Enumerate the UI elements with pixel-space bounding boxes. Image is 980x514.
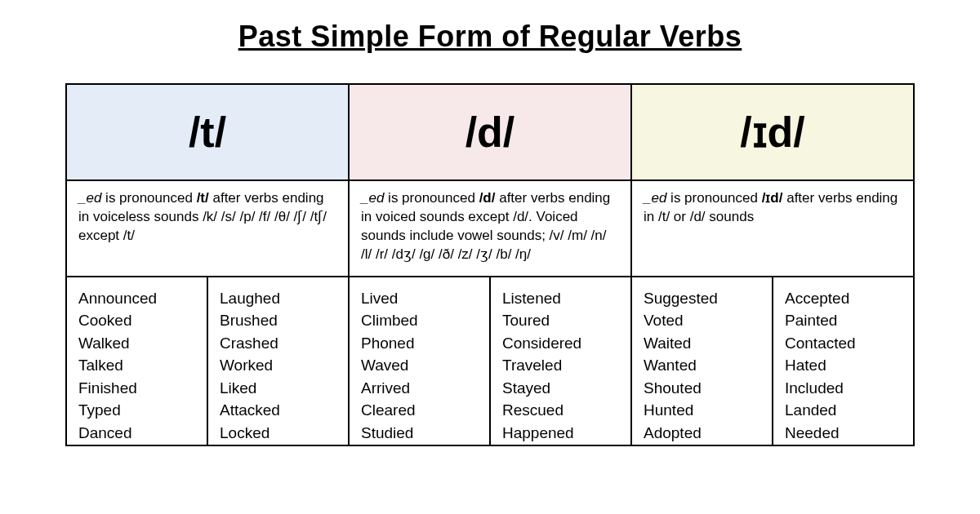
example-word: Brushed <box>220 309 336 332</box>
example-word: Walked <box>78 332 195 355</box>
rule-cell-d: _ed is pronounced /d/ after verbs ending… <box>349 180 631 277</box>
rule-prefix: _ed <box>361 190 384 206</box>
rule-prefix: _ed <box>78 190 101 206</box>
example-word: Finished <box>78 377 195 400</box>
example-list: SuggestedVotedWaitedWantedShoutedHuntedA… <box>644 287 760 445</box>
example-word: Contacted <box>785 332 902 355</box>
example-word: Waited <box>644 332 760 355</box>
example-list: AcceptedPaintedContactedHatedIncludedLan… <box>785 287 902 445</box>
example-word: Announced <box>78 287 195 310</box>
example-list: ListenedTouredConsideredTraveledStayedRe… <box>502 287 619 445</box>
example-word: Worked <box>220 354 336 377</box>
examples-cell: ListenedTouredConsideredTraveledStayedRe… <box>490 277 631 445</box>
example-word: Stayed <box>502 377 619 400</box>
rule-phoneme: /ɪd/ <box>762 190 783 206</box>
rule-text: is pronounced <box>666 190 761 206</box>
column-header-t: /t/ <box>66 84 349 180</box>
example-word: Lived <box>361 287 478 310</box>
example-word: Needed <box>785 422 902 445</box>
rule-cell-t: _ed is pronounced /t/ after verbs ending… <box>66 180 349 277</box>
example-word: Accepted <box>785 287 902 310</box>
column-header-d: /d/ <box>349 84 631 180</box>
rule-text: is pronounced <box>101 190 196 206</box>
example-word: Wanted <box>644 354 760 377</box>
rule-prefix: _ed <box>644 190 666 206</box>
examples-cell: SuggestedVotedWaitedWantedShoutedHuntedA… <box>631 277 773 445</box>
example-word: Considered <box>502 332 619 355</box>
example-word: Landed <box>785 399 902 422</box>
example-word: Traveled <box>502 354 619 377</box>
example-word: Studied <box>361 422 478 445</box>
example-word: Listened <box>502 287 619 310</box>
rule-phoneme: /d/ <box>479 190 496 206</box>
example-list: LivedClimbedPhonedWavedArrivedClearedStu… <box>361 287 478 445</box>
examples-cell: AcceptedPaintedContactedHatedIncludedLan… <box>773 277 914 445</box>
example-word: Happened <box>502 422 619 445</box>
example-word: Laughed <box>220 287 336 310</box>
example-word: Typed <box>78 399 195 422</box>
example-word: Cooked <box>78 309 195 332</box>
example-word: Climbed <box>361 309 478 332</box>
example-word: Cleared <box>361 399 478 422</box>
example-word: Danced <box>78 422 195 445</box>
example-word: Arrived <box>361 377 478 400</box>
example-word: Phoned <box>361 332 478 355</box>
rule-cell-id: _ed is pronounced /ɪd/ after verbs endin… <box>631 180 914 277</box>
rule-text: is pronounced <box>384 190 479 206</box>
examples-cell: LaughedBrushedCrashedWorkedLikedAttacked… <box>207 277 349 445</box>
examples-cell: LivedClimbedPhonedWavedArrivedClearedStu… <box>349 277 490 445</box>
pronunciation-table: /t/ /d/ /ɪd/ _ed is pronounced /t/ after… <box>65 83 915 446</box>
table-examples-row: AnnouncedCookedWalkedTalkedFinishedTyped… <box>66 277 914 445</box>
example-word: Hated <box>785 354 902 377</box>
example-word: Hunted <box>644 399 760 422</box>
example-word: Liked <box>220 377 336 400</box>
example-list: AnnouncedCookedWalkedTalkedFinishedTyped… <box>78 287 195 445</box>
example-word: Attacked <box>220 399 336 422</box>
rule-phoneme: /t/ <box>197 190 209 206</box>
example-word: Painted <box>785 309 902 332</box>
example-list: LaughedBrushedCrashedWorkedLikedAttacked… <box>220 287 336 445</box>
example-word: Crashed <box>220 332 336 355</box>
example-word: Waved <box>361 354 478 377</box>
example-word: Suggested <box>644 287 760 310</box>
example-word: Adopted <box>644 422 760 445</box>
table-header-row: /t/ /d/ /ɪd/ <box>66 84 914 180</box>
example-word: Shouted <box>644 377 760 400</box>
column-header-id: /ɪd/ <box>631 84 914 180</box>
example-word: Talked <box>78 354 195 377</box>
example-word: Voted <box>644 309 760 332</box>
example-word: Included <box>785 377 902 400</box>
table-rule-row: _ed is pronounced /t/ after verbs ending… <box>66 180 914 277</box>
examples-cell: AnnouncedCookedWalkedTalkedFinishedTyped… <box>66 277 207 445</box>
page-title: Past Simple Form of Regular Verbs <box>65 20 915 54</box>
example-word: Locked <box>220 422 336 445</box>
example-word: Toured <box>502 309 619 332</box>
example-word: Rescued <box>502 399 619 422</box>
